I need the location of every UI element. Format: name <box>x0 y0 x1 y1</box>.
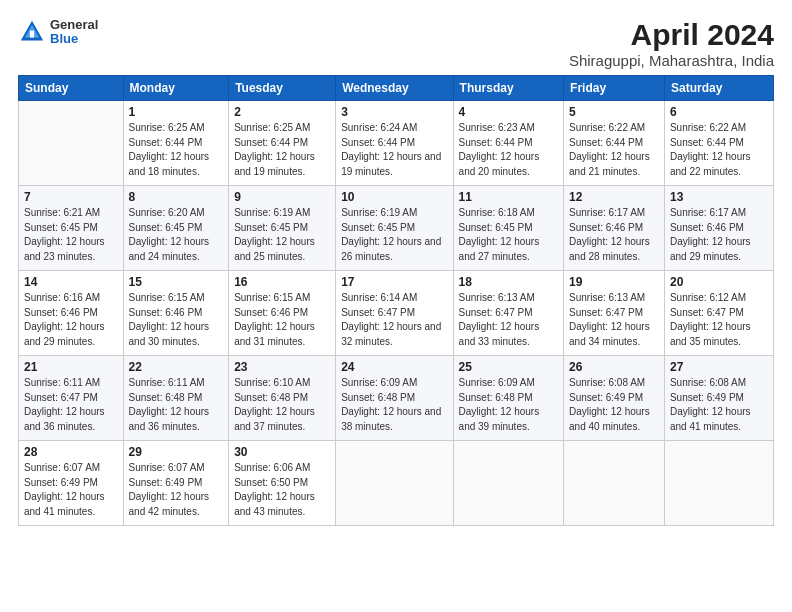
day-info: Sunrise: 6:07 AMSunset: 6:49 PMDaylight:… <box>24 461 118 519</box>
day-info: Sunrise: 6:11 AMSunset: 6:47 PMDaylight:… <box>24 376 118 434</box>
calendar-header-row: SundayMondayTuesdayWednesdayThursdayFrid… <box>19 76 774 101</box>
day-info: Sunrise: 6:12 AMSunset: 6:47 PMDaylight:… <box>670 291 768 349</box>
calendar-cell: 22Sunrise: 6:11 AMSunset: 6:48 PMDayligh… <box>123 356 229 441</box>
calendar-week-row: 7Sunrise: 6:21 AMSunset: 6:45 PMDaylight… <box>19 186 774 271</box>
day-number: 21 <box>24 360 118 374</box>
day-info: Sunrise: 6:17 AMSunset: 6:46 PMDaylight:… <box>670 206 768 264</box>
calendar-cell <box>453 441 563 526</box>
svg-rect-2 <box>30 31 34 38</box>
day-number: 23 <box>234 360 330 374</box>
calendar-cell: 25Sunrise: 6:09 AMSunset: 6:48 PMDayligh… <box>453 356 563 441</box>
day-number: 3 <box>341 105 447 119</box>
day-info: Sunrise: 6:17 AMSunset: 6:46 PMDaylight:… <box>569 206 659 264</box>
calendar-cell: 10Sunrise: 6:19 AMSunset: 6:45 PMDayligh… <box>336 186 453 271</box>
day-info: Sunrise: 6:18 AMSunset: 6:45 PMDaylight:… <box>459 206 558 264</box>
day-number: 24 <box>341 360 447 374</box>
calendar-cell: 23Sunrise: 6:10 AMSunset: 6:48 PMDayligh… <box>229 356 336 441</box>
day-number: 12 <box>569 190 659 204</box>
day-number: 2 <box>234 105 330 119</box>
day-info: Sunrise: 6:19 AMSunset: 6:45 PMDaylight:… <box>234 206 330 264</box>
calendar-cell: 7Sunrise: 6:21 AMSunset: 6:45 PMDaylight… <box>19 186 124 271</box>
calendar-cell: 29Sunrise: 6:07 AMSunset: 6:49 PMDayligh… <box>123 441 229 526</box>
calendar-cell: 21Sunrise: 6:11 AMSunset: 6:47 PMDayligh… <box>19 356 124 441</box>
day-info: Sunrise: 6:22 AMSunset: 6:44 PMDaylight:… <box>670 121 768 179</box>
calendar-cell <box>564 441 665 526</box>
day-info: Sunrise: 6:20 AMSunset: 6:45 PMDaylight:… <box>129 206 224 264</box>
header: General Blue April 2024 Shiraguppi, Maha… <box>18 18 774 69</box>
calendar-week-row: 14Sunrise: 6:16 AMSunset: 6:46 PMDayligh… <box>19 271 774 356</box>
calendar: SundayMondayTuesdayWednesdayThursdayFrid… <box>18 75 774 526</box>
logo-general-text: General <box>50 18 98 32</box>
calendar-cell <box>336 441 453 526</box>
day-info: Sunrise: 6:10 AMSunset: 6:48 PMDaylight:… <box>234 376 330 434</box>
calendar-cell: 15Sunrise: 6:15 AMSunset: 6:46 PMDayligh… <box>123 271 229 356</box>
day-number: 19 <box>569 275 659 289</box>
day-number: 5 <box>569 105 659 119</box>
calendar-header-thursday: Thursday <box>453 76 563 101</box>
calendar-header-friday: Friday <box>564 76 665 101</box>
day-info: Sunrise: 6:16 AMSunset: 6:46 PMDaylight:… <box>24 291 118 349</box>
day-number: 22 <box>129 360 224 374</box>
calendar-cell: 19Sunrise: 6:13 AMSunset: 6:47 PMDayligh… <box>564 271 665 356</box>
day-info: Sunrise: 6:06 AMSunset: 6:50 PMDaylight:… <box>234 461 330 519</box>
calendar-header-sunday: Sunday <box>19 76 124 101</box>
day-info: Sunrise: 6:25 AMSunset: 6:44 PMDaylight:… <box>129 121 224 179</box>
day-number: 30 <box>234 445 330 459</box>
calendar-cell: 5Sunrise: 6:22 AMSunset: 6:44 PMDaylight… <box>564 101 665 186</box>
day-info: Sunrise: 6:22 AMSunset: 6:44 PMDaylight:… <box>569 121 659 179</box>
calendar-header-tuesday: Tuesday <box>229 76 336 101</box>
day-number: 28 <box>24 445 118 459</box>
day-info: Sunrise: 6:08 AMSunset: 6:49 PMDaylight:… <box>569 376 659 434</box>
day-info: Sunrise: 6:14 AMSunset: 6:47 PMDaylight:… <box>341 291 447 349</box>
day-number: 8 <box>129 190 224 204</box>
day-number: 13 <box>670 190 768 204</box>
calendar-cell: 12Sunrise: 6:17 AMSunset: 6:46 PMDayligh… <box>564 186 665 271</box>
day-number: 20 <box>670 275 768 289</box>
day-number: 14 <box>24 275 118 289</box>
calendar-cell: 11Sunrise: 6:18 AMSunset: 6:45 PMDayligh… <box>453 186 563 271</box>
calendar-cell: 28Sunrise: 6:07 AMSunset: 6:49 PMDayligh… <box>19 441 124 526</box>
day-info: Sunrise: 6:15 AMSunset: 6:46 PMDaylight:… <box>129 291 224 349</box>
day-info: Sunrise: 6:25 AMSunset: 6:44 PMDaylight:… <box>234 121 330 179</box>
calendar-cell: 2Sunrise: 6:25 AMSunset: 6:44 PMDaylight… <box>229 101 336 186</box>
day-number: 7 <box>24 190 118 204</box>
calendar-cell: 26Sunrise: 6:08 AMSunset: 6:49 PMDayligh… <box>564 356 665 441</box>
day-info: Sunrise: 6:11 AMSunset: 6:48 PMDaylight:… <box>129 376 224 434</box>
day-number: 29 <box>129 445 224 459</box>
calendar-header-monday: Monday <box>123 76 229 101</box>
day-number: 26 <box>569 360 659 374</box>
day-info: Sunrise: 6:08 AMSunset: 6:49 PMDaylight:… <box>670 376 768 434</box>
logo-icon <box>18 18 46 46</box>
calendar-cell: 30Sunrise: 6:06 AMSunset: 6:50 PMDayligh… <box>229 441 336 526</box>
calendar-cell: 13Sunrise: 6:17 AMSunset: 6:46 PMDayligh… <box>664 186 773 271</box>
day-number: 17 <box>341 275 447 289</box>
main-title: April 2024 <box>569 18 774 52</box>
day-info: Sunrise: 6:15 AMSunset: 6:46 PMDaylight:… <box>234 291 330 349</box>
calendar-header-wednesday: Wednesday <box>336 76 453 101</box>
calendar-cell: 18Sunrise: 6:13 AMSunset: 6:47 PMDayligh… <box>453 271 563 356</box>
calendar-cell: 16Sunrise: 6:15 AMSunset: 6:46 PMDayligh… <box>229 271 336 356</box>
day-number: 16 <box>234 275 330 289</box>
day-number: 27 <box>670 360 768 374</box>
calendar-cell: 9Sunrise: 6:19 AMSunset: 6:45 PMDaylight… <box>229 186 336 271</box>
day-number: 4 <box>459 105 558 119</box>
logo-text: General Blue <box>50 18 98 47</box>
sub-title: Shiraguppi, Maharashtra, India <box>569 52 774 69</box>
day-info: Sunrise: 6:07 AMSunset: 6:49 PMDaylight:… <box>129 461 224 519</box>
day-info: Sunrise: 6:23 AMSunset: 6:44 PMDaylight:… <box>459 121 558 179</box>
calendar-cell: 8Sunrise: 6:20 AMSunset: 6:45 PMDaylight… <box>123 186 229 271</box>
calendar-cell: 17Sunrise: 6:14 AMSunset: 6:47 PMDayligh… <box>336 271 453 356</box>
day-info: Sunrise: 6:13 AMSunset: 6:47 PMDaylight:… <box>569 291 659 349</box>
calendar-cell: 27Sunrise: 6:08 AMSunset: 6:49 PMDayligh… <box>664 356 773 441</box>
calendar-cell: 3Sunrise: 6:24 AMSunset: 6:44 PMDaylight… <box>336 101 453 186</box>
calendar-week-row: 21Sunrise: 6:11 AMSunset: 6:47 PMDayligh… <box>19 356 774 441</box>
day-number: 1 <box>129 105 224 119</box>
day-info: Sunrise: 6:19 AMSunset: 6:45 PMDaylight:… <box>341 206 447 264</box>
day-number: 25 <box>459 360 558 374</box>
day-info: Sunrise: 6:13 AMSunset: 6:47 PMDaylight:… <box>459 291 558 349</box>
day-number: 11 <box>459 190 558 204</box>
day-info: Sunrise: 6:09 AMSunset: 6:48 PMDaylight:… <box>341 376 447 434</box>
day-number: 9 <box>234 190 330 204</box>
calendar-week-row: 1Sunrise: 6:25 AMSunset: 6:44 PMDaylight… <box>19 101 774 186</box>
calendar-cell <box>19 101 124 186</box>
